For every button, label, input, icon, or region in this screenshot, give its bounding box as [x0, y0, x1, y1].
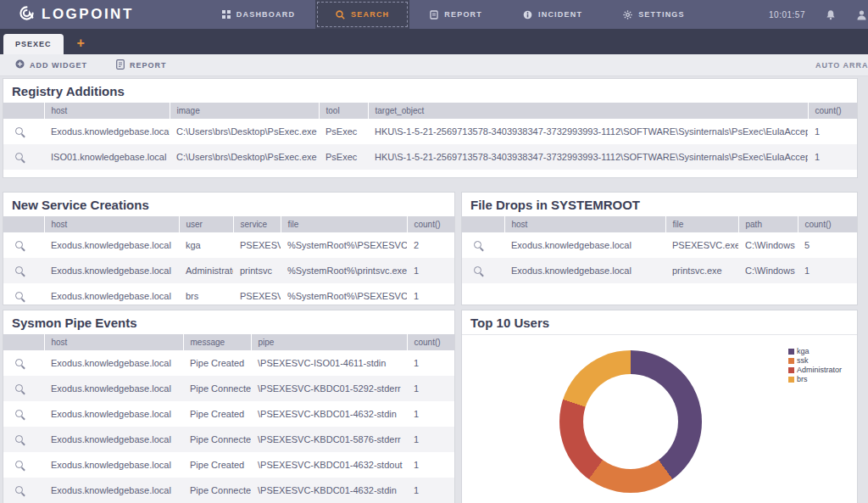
row-search-cell[interactable] — [3, 452, 44, 478]
nav-item-incident[interactable]: INCIDENT — [503, 0, 603, 29]
column-header-count[interactable]: count() — [808, 103, 857, 119]
legend-item[interactable]: ssk — [788, 356, 842, 365]
row-search-cell[interactable] — [3, 258, 44, 283]
plus-circle-icon — [15, 59, 25, 70]
table-row: Exodus.knowledgebase.localbrsPSEXESVC%Sy… — [3, 283, 454, 305]
add-widget-button[interactable]: ADD WIDGET — [15, 59, 87, 70]
row-search-icon[interactable] — [15, 153, 23, 160]
row-search-cell[interactable] — [462, 258, 504, 283]
donut-chart[interactable] — [559, 350, 702, 493]
row-search-icon[interactable] — [15, 435, 23, 443]
row-search-cell[interactable] — [3, 401, 44, 427]
row-search-cell[interactable] — [462, 232, 504, 258]
table-cell: HKU\S-1-5-21-2569713578-3403938347-37329… — [368, 144, 808, 170]
row-search-icon[interactable] — [474, 241, 481, 249]
row-search-icon[interactable] — [15, 127, 23, 135]
table-row: Exodus.knowledgebase.localC:\Users\brs\D… — [3, 119, 857, 144]
table-cell: Pipe Connected — [183, 376, 251, 401]
column-header-message[interactable]: message — [183, 334, 251, 350]
table-cell: PSEXESVC — [233, 283, 281, 305]
gear-icon — [623, 10, 632, 20]
column-header-path[interactable]: path — [738, 216, 798, 232]
table-cell: printsvc.exe — [665, 258, 738, 283]
table-row: Exodus.knowledgebase.localAdministratorp… — [3, 258, 454, 283]
row-search-icon[interactable] — [15, 486, 23, 494]
table-cell: \PSEXESVC-KBDC01-5292-stderr — [251, 376, 407, 401]
row-search-cell[interactable] — [3, 478, 44, 503]
row-search-cell[interactable] — [3, 283, 44, 305]
column-header-host[interactable]: host — [504, 216, 665, 232]
tab-psexec[interactable]: PSEXEC — [3, 34, 64, 54]
nav-item-dashboard[interactable]: DASHBOARD — [202, 0, 315, 29]
column-header-host[interactable]: host — [44, 334, 183, 350]
table-cell: 2 — [407, 232, 454, 258]
table-row: Exodus.knowledgebase.localPipe Created\P… — [3, 350, 454, 376]
column-header-file[interactable]: file — [281, 216, 407, 232]
column-header-host[interactable]: host — [44, 103, 170, 119]
legend-item[interactable]: kga — [788, 347, 842, 355]
row-search-cell[interactable] — [3, 232, 44, 258]
row-search-cell[interactable] — [3, 350, 44, 376]
widget-title-new-service-creations: New Service Creations — [3, 193, 454, 216]
table-cell: Exodus.knowledgebase.local — [44, 427, 183, 452]
table-cell: Pipe Connected — [183, 427, 251, 452]
table-cell: PsExec — [319, 144, 368, 170]
donut-chart-area: kgasskAdministratorbrs — [462, 335, 857, 503]
notifications-bell-icon[interactable] — [826, 9, 836, 20]
new-service-creations-table: hostuserservicefilecount()Exodus.knowled… — [3, 216, 454, 305]
table-cell: Pipe Created — [183, 452, 251, 478]
row-search-cell[interactable] — [3, 119, 44, 144]
row-search-icon[interactable] — [15, 461, 23, 468]
table-cell: HKU\S-1-5-21-2569713578-3403938347-37329… — [368, 119, 808, 144]
column-header-tool[interactable]: tool — [319, 103, 368, 119]
widget-title-top-10-users: Top 10 Users — [462, 310, 857, 335]
nav-item-report[interactable]: REPORT — [409, 0, 503, 29]
row-search-icon[interactable] — [474, 266, 481, 274]
row-search-icon[interactable] — [15, 410, 23, 417]
logo[interactable]: LOGPOINT — [0, 0, 151, 29]
table-cell: 1 — [407, 452, 454, 478]
table-cell: 1 — [808, 119, 857, 144]
row-search-cell[interactable] — [3, 427, 44, 452]
table-cell: Exodus.knowledgebase.local — [44, 452, 183, 478]
column-header-file[interactable]: file — [665, 216, 738, 232]
user-profile-icon[interactable] — [856, 9, 867, 20]
row-search-icon[interactable] — [15, 359, 23, 366]
column-header-image[interactable]: image — [170, 103, 319, 119]
legend-item[interactable]: brs — [788, 375, 842, 383]
row-search-icon[interactable] — [15, 292, 23, 299]
nav-label-report: REPORT — [444, 10, 482, 19]
legend-swatch — [788, 377, 794, 383]
table-row: Exodus.knowledgebase.localPipe Connected… — [3, 478, 454, 503]
row-search-icon[interactable] — [15, 266, 23, 274]
column-header-service[interactable]: service — [233, 216, 281, 232]
column-header-user[interactable]: user — [179, 216, 233, 232]
column-header-target-object[interactable]: target_object — [368, 103, 808, 119]
legend-label: kga — [797, 347, 810, 355]
column-header-count[interactable]: count() — [407, 216, 454, 232]
column-header-count[interactable]: count() — [798, 216, 857, 232]
column-header-pipe[interactable]: pipe — [251, 334, 407, 350]
table-cell: \PSEXESVC-KBDC01-4632-stdout — [251, 452, 407, 478]
table-cell: 1 — [407, 258, 454, 283]
clock: 10:01:57 — [769, 10, 805, 20]
nav-item-search[interactable]: SEARCH — [315, 0, 409, 29]
legend-item[interactable]: Administrator — [788, 366, 842, 374]
widget-top-10-users: Top 10 Users kgasskAdministratorbrs — [461, 310, 858, 503]
row-search-cell[interactable] — [3, 144, 44, 170]
widget-new-service-creations: New Service Creations hostuserservicefil… — [3, 192, 455, 305]
row-search-cell[interactable] — [3, 376, 44, 401]
donut-hole — [583, 374, 678, 469]
row-search-icon[interactable] — [15, 384, 23, 392]
file-drops-table: hostfilepathcount()Exodus.knowledgebase.… — [462, 216, 857, 283]
table-cell: Pipe Created — [183, 350, 251, 376]
auto-arrange-button[interactable]: AUTO ARRANGE — [815, 61, 868, 70]
column-header-count[interactable]: count() — [407, 334, 454, 350]
report-button[interactable]: REPORT — [116, 59, 167, 71]
column-header-host[interactable]: host — [44, 216, 179, 232]
table-cell: \PSEXESVC-KBDC01-5876-stderr — [251, 427, 407, 452]
nav-item-settings[interactable]: SETTINGS — [603, 0, 705, 29]
table-cell: %SystemRoot%\PSEXESVC.exe — [281, 283, 407, 305]
row-search-icon[interactable] — [15, 241, 23, 249]
add-tab-button[interactable]: + — [64, 36, 98, 54]
